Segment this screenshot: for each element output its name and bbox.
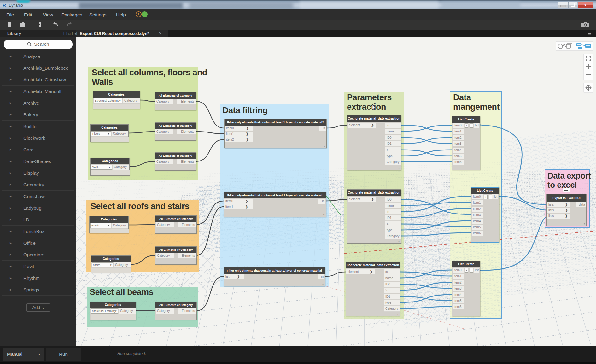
svg-text:x: x [584,3,587,7]
